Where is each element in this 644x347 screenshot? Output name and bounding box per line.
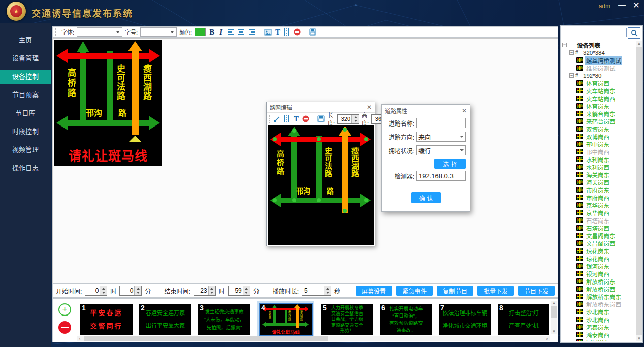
tree-item-device[interactable]: 解放桥岗东 [562, 277, 636, 285]
program-thumbnail[interactable]: 7 依法治理非标车辆净化城市交通环境 [439, 304, 491, 335]
spinner-up-icon[interactable] [245, 288, 248, 290]
tree-item-device[interactable]: 螺丝湾桥测试 [562, 56, 636, 64]
tree-item-device[interactable]: 邗中岗西 [562, 148, 636, 155]
program-thumbnail[interactable]: 6 扎实开展电动车“百日整治”，有效预防道路交通事故。 [380, 304, 432, 335]
start-minute-input[interactable]: 0 [119, 286, 142, 296]
select-button[interactable]: 选 择 [434, 159, 466, 169]
save-icon[interactable] [317, 115, 325, 122]
scroll-up-icon[interactable]: ▲ [551, 301, 557, 306]
road-icon[interactable] [283, 28, 291, 36]
spinner-buttons[interactable] [351, 115, 359, 123]
tree-item-device[interactable]: 来鹤台岗东 [562, 110, 636, 117]
detector-field[interactable]: 192.168.0.3 [416, 171, 466, 181]
tree-root-device-list[interactable]: 设备列表 [562, 41, 636, 49]
road-name-field[interactable] [416, 118, 466, 128]
tree-item-device[interactable]: 国展岗东 [562, 338, 636, 341]
spinner-buttons[interactable] [100, 286, 107, 295]
led-display-preview[interactable]: 高桥路 史可法路 瘦西湖路 邗沟 路 请礼让斑马线 [54, 40, 162, 166]
congestion-select[interactable]: 缓行 [416, 145, 466, 155]
program-thumbnail[interactable]: 2 春运安全连万家出行平安靠大家 [139, 304, 191, 335]
action-button[interactable]: 节目下发 [518, 286, 555, 296]
road-direction-select[interactable]: 来向 [416, 132, 466, 142]
horizontal-scrollbar[interactable]: ‹ › [77, 336, 550, 341]
align-right-icon[interactable] [248, 29, 256, 35]
color-swatch[interactable] [195, 28, 206, 36]
search-input[interactable] [563, 28, 627, 37]
spinner-down-icon[interactable] [137, 292, 140, 294]
delete-icon[interactable] [293, 28, 301, 36]
tree-item-device[interactable]: 维扬岗测试 [562, 64, 636, 72]
save-icon[interactable] [309, 28, 317, 36]
program-thumbnail[interactable]: 3 发生轻微交通事故“人未伤，车能动，先拍照，后撤离” [198, 304, 250, 335]
action-button[interactable]: 批量下发 [477, 286, 514, 296]
tree-group-resolution[interactable]: 320*384 [562, 49, 636, 56]
collapse-icon[interactable] [569, 73, 574, 78]
align-left-icon[interactable] [227, 29, 235, 35]
spinner-down-icon[interactable] [326, 292, 329, 294]
tree-group-resolution[interactable]: 192*80 [562, 72, 636, 79]
close-icon[interactable]: ✕ [633, 1, 640, 10]
spinner-buttons[interactable] [243, 286, 250, 295]
end-hour-input[interactable]: 23 [194, 286, 216, 296]
tree-item-device[interactable]: 沙北岗东 [562, 308, 636, 316]
tree-item-device[interactable]: 沙北岗西 [562, 316, 636, 323]
font-family-select[interactable] [77, 27, 122, 37]
spinner-down-icon[interactable] [102, 292, 105, 294]
delete-icon[interactable] [302, 115, 310, 122]
sidebar-item[interactable]: 主页 [0, 33, 51, 47]
sidebar-item[interactable]: 时段控制 [0, 124, 51, 139]
tree-item-device[interactable]: 海关岗东 [562, 171, 636, 178]
text-tool-icon[interactable]: T [275, 28, 281, 37]
sidebar-item[interactable]: 节目预案 [0, 88, 51, 102]
font-size-select[interactable] [140, 27, 177, 37]
tree-item-device[interactable]: 解放桥岗西 [562, 285, 636, 293]
scrollbar-thumb[interactable] [636, 47, 642, 335]
action-button[interactable]: 屏幕设置 [356, 286, 392, 296]
scroll-right-icon[interactable]: › [544, 336, 550, 341]
roadnet-edit-canvas[interactable]: 高桥路 史可法路 瘦西湖路 邗沟 路 [268, 125, 374, 245]
tree-scrollbar[interactable]: ▲ ▼ [636, 41, 642, 341]
scroll-down-icon[interactable]: ▼ [636, 336, 642, 341]
tree-item-device[interactable]: 银河岗西 [562, 270, 636, 277]
tree-item-device[interactable]: 邗中岗东 [562, 140, 636, 148]
program-thumbnail-selected[interactable]: 4 高桥路 史可法路 瘦西湖路 请礼让斑马线 [260, 304, 312, 335]
vertical-scrollbar[interactable]: ▲ ▼ [551, 301, 557, 334]
spinner-buttons[interactable] [134, 286, 141, 295]
program-thumbnail[interactable]: 8 打击整治“灯严查严处“机 [498, 304, 549, 335]
spinner-buttons[interactable] [324, 286, 331, 295]
tree-item-device[interactable]: 市府岗东 [562, 186, 636, 194]
bold-button[interactable]: B [208, 28, 215, 37]
confirm-button[interactable]: 确 认 [411, 192, 441, 203]
tree-item-device[interactable]: 海关岗西 [562, 178, 636, 186]
tree-item-device[interactable]: 石塔岗西 [562, 224, 636, 232]
dialog-titlebar[interactable]: 路网编辑 ✕ [267, 102, 375, 112]
tree-item-device[interactable]: 银河岗东 [562, 262, 636, 270]
tree-item-device[interactable]: 解放桥东岗东 [562, 293, 636, 300]
spinner-up-icon[interactable] [210, 288, 213, 290]
sidebar-item[interactable]: 视频管理 [0, 143, 51, 157]
minimize-icon[interactable]: — [618, 0, 626, 9]
collapse-icon[interactable] [569, 50, 574, 55]
search-button[interactable] [628, 27, 640, 39]
italic-button[interactable]: I [218, 28, 224, 37]
tree-item-device[interactable]: 双博岗西 [562, 133, 636, 140]
scroll-down-icon[interactable]: ▼ [551, 329, 557, 334]
close-icon[interactable]: ✕ [367, 104, 372, 111]
sidebar-item[interactable]: 操作日志 [0, 161, 51, 175]
action-button[interactable]: 复制节目 [437, 286, 473, 296]
tree-item-device[interactable]: 鸿泰岗西 [562, 331, 636, 338]
road-icon[interactable] [283, 115, 291, 122]
tree-item-device[interactable]: 来鹤台岗西 [562, 117, 636, 125]
text-tool-icon[interactable]: T [293, 115, 299, 123]
tree-item-device[interactable]: 市府岗西 [562, 194, 636, 201]
remove-program-button[interactable] [58, 321, 71, 334]
length-input[interactable]: 320 [337, 114, 359, 124]
line-draw-icon[interactable] [273, 116, 281, 122]
spinner-up-icon[interactable] [326, 288, 329, 290]
tree-item-device[interactable]: 石塔岗东 [562, 216, 636, 224]
tree-item-device[interactable]: 琼花岗西 [562, 255, 636, 262]
program-thumbnail[interactable]: 5 大力开展秋冬季交通安全整治百日会战，全力稳定道路交通安全形势！ [321, 304, 373, 335]
tree-item-device[interactable]: 水利岗西 [562, 163, 636, 171]
collapse-icon[interactable] [562, 43, 567, 47]
spinner-buttons[interactable] [208, 286, 215, 295]
